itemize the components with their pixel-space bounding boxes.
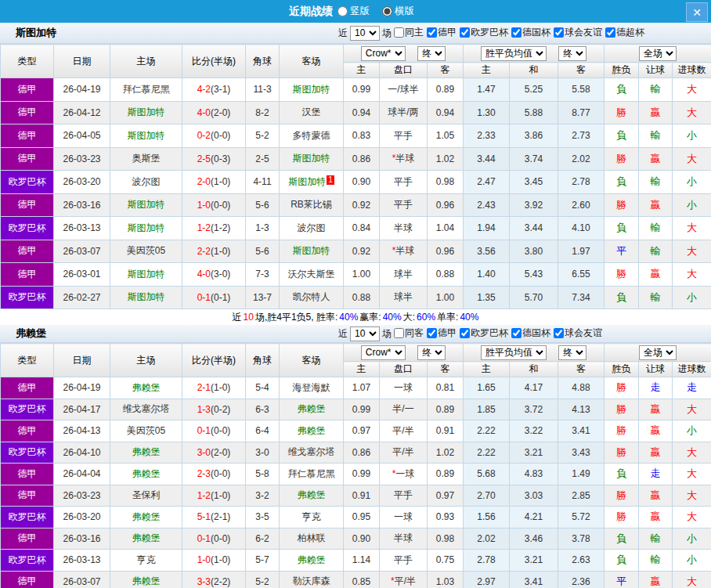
bookmaker-select[interactable]: Crow* bbox=[361, 46, 406, 61]
result-winlose: 勝 bbox=[605, 263, 639, 287]
result-winlose: 平 bbox=[605, 240, 639, 263]
eu-home-odds: 1.94 bbox=[464, 217, 510, 240]
summary-text: 赢率: bbox=[359, 311, 381, 324]
eu-draw-odds: 3.46 bbox=[510, 528, 558, 550]
result-winlose: 負 bbox=[605, 286, 639, 309]
eu-away-odds: 7.34 bbox=[558, 286, 605, 309]
result-handicap: 贏 bbox=[639, 442, 673, 464]
final-odds-select-2[interactable]: 终 bbox=[558, 46, 586, 61]
same-venue-checkbox-label[interactable]: 同客 bbox=[392, 326, 424, 340]
league-filter-checkbox-label[interactable]: 球会友谊 bbox=[551, 326, 602, 340]
result-handicap: 贏 bbox=[639, 193, 673, 217]
bookmaker-select[interactable]: Crow* bbox=[361, 345, 406, 360]
league-filter-checkbox[interactable] bbox=[511, 328, 522, 338]
result-goals: 大 bbox=[673, 571, 711, 588]
league-filter-checkbox[interactable] bbox=[460, 27, 470, 38]
home-team: 奥斯堡 bbox=[110, 147, 182, 171]
result-winlose: 負 bbox=[605, 217, 639, 240]
away-team: 亨克 bbox=[280, 507, 344, 528]
league-filter-checkbox-label[interactable]: 德国杯 bbox=[509, 326, 550, 340]
vertical-layout-radio[interactable] bbox=[337, 6, 348, 16]
corners: 13-7 bbox=[246, 286, 280, 309]
eu-draw-odds: 3.45 bbox=[510, 171, 558, 194]
eu-home-odds: 1.65 bbox=[464, 377, 510, 399]
eu-home-odds: 1.40 bbox=[464, 263, 510, 287]
scope-select[interactable]: 全场 bbox=[639, 345, 677, 360]
score: 0-1(0-0) bbox=[182, 420, 246, 442]
result-handicap: 輸 bbox=[639, 171, 673, 194]
close-icon[interactable]: ✕ bbox=[686, 2, 708, 22]
league-filter-checkbox[interactable] bbox=[460, 328, 470, 338]
league-filter-checkbox-label[interactable]: 德超杯 bbox=[603, 26, 644, 39]
horizontal-layout-radio[interactable] bbox=[382, 6, 392, 16]
match-row: 德甲26-03-01斯图加特4-0(3-0)7-3沃尔夫斯堡1.00球半0.88… bbox=[1, 263, 711, 287]
result-handicap: 輸 bbox=[639, 78, 673, 102]
asia-away-odds: 0.91 bbox=[428, 420, 464, 442]
corners: 5-7 bbox=[246, 550, 280, 572]
eu-away-odds: 3.78 bbox=[558, 528, 605, 550]
same-venue-checkbox[interactable] bbox=[394, 27, 404, 38]
same-venue-checkbox[interactable] bbox=[394, 328, 404, 338]
result-handicap: 輸 bbox=[639, 286, 673, 309]
eu-home-odds: 2.70 bbox=[464, 485, 510, 507]
recent-count-select[interactable]: 10 bbox=[350, 26, 380, 41]
europe-odds-select[interactable]: 胜平负均值 bbox=[481, 46, 547, 61]
handicap: 半球 bbox=[380, 528, 428, 550]
eu-home-odds: 3.44 bbox=[464, 147, 510, 171]
league-filter-checkbox[interactable] bbox=[427, 27, 437, 38]
corners: 8-2 bbox=[246, 101, 280, 124]
eu-home-odds: 2.78 bbox=[464, 550, 510, 572]
league-filter-checkbox[interactable] bbox=[427, 328, 437, 338]
match-date: 26-04-05 bbox=[54, 124, 110, 148]
same-venue-checkbox-label[interactable]: 同主 bbox=[392, 26, 424, 39]
checkbox-label: 德甲 bbox=[438, 26, 457, 39]
section-filters: 近 10 场 同客德甲欧罗巴杯德国杯球会友谊 bbox=[338, 326, 603, 341]
asia-home-odds: 0.84 bbox=[344, 217, 380, 240]
col-date: 日期 bbox=[54, 344, 110, 377]
home-team: 斯图加特 bbox=[110, 286, 182, 309]
final-odds-select-2[interactable]: 终 bbox=[558, 345, 586, 360]
league-filter-checkbox-label[interactable]: 欧罗巴杯 bbox=[457, 326, 508, 340]
league-filter-checkbox-label[interactable]: 球会友谊 bbox=[551, 26, 602, 39]
final-odds-select[interactable]: 终 bbox=[417, 345, 446, 360]
eu-away-odds: 4.88 bbox=[558, 377, 605, 399]
score: 3-3(2-2) bbox=[182, 571, 246, 588]
league-filter-checkbox[interactable] bbox=[605, 27, 615, 38]
away-team: 凯尔特人 bbox=[280, 286, 344, 309]
result-goals: 小 bbox=[673, 420, 711, 442]
result-handicap: 贏 bbox=[639, 507, 673, 528]
asia-away-odds: 0.94 bbox=[428, 101, 464, 124]
match-date: 26-03-07 bbox=[54, 240, 110, 263]
europe-odds-select[interactable]: 胜平负均值 bbox=[481, 345, 547, 360]
league-filter-checkbox[interactable] bbox=[511, 27, 522, 38]
corners: 6-4 bbox=[246, 420, 280, 442]
recent-count-select[interactable]: 10 bbox=[350, 326, 380, 341]
eu-draw-odds: 3.44 bbox=[510, 217, 558, 240]
eu-draw-odds: 3.41 bbox=[510, 571, 558, 588]
handicap: 球半 bbox=[380, 263, 428, 287]
home-team: 弗赖堡 bbox=[110, 464, 182, 485]
league-filter-checkbox-label[interactable]: 德甲 bbox=[424, 26, 457, 39]
result-goals: 大 bbox=[673, 485, 711, 507]
col-home: 主场 bbox=[110, 45, 182, 78]
vertical-layout-radio-label[interactable]: 竖版 bbox=[333, 5, 370, 18]
summary-text: 大: bbox=[403, 311, 415, 324]
home-team: 弗赖堡 bbox=[110, 377, 182, 399]
eu-away-odds: 2.36 bbox=[558, 571, 605, 588]
scope-select[interactable]: 全场 bbox=[639, 46, 677, 61]
league-filter-checkbox[interactable] bbox=[554, 27, 564, 38]
horizontal-layout-radio-label[interactable]: 横版 bbox=[377, 5, 414, 18]
result-winlose: 勝 bbox=[605, 193, 639, 217]
final-odds-select[interactable]: 终 bbox=[417, 46, 446, 61]
league-filter-checkbox-label[interactable]: 欧罗巴杯 bbox=[457, 26, 508, 39]
league-filter-checkbox[interactable] bbox=[554, 328, 564, 338]
result-handicap: 走 bbox=[639, 464, 673, 485]
match-date: 26-03-16 bbox=[54, 193, 110, 217]
league-filter-checkbox-label[interactable]: 德甲 bbox=[424, 326, 457, 340]
asia-away-odds: 0.96 bbox=[428, 240, 464, 263]
eu-home-odds: 1.47 bbox=[464, 78, 510, 102]
eu-draw-odds: 3.74 bbox=[510, 147, 558, 171]
handicap: 平手 bbox=[380, 171, 428, 194]
eu-draw-odds: 4.83 bbox=[510, 464, 558, 485]
league-filter-checkbox-label[interactable]: 德国杯 bbox=[509, 26, 550, 39]
